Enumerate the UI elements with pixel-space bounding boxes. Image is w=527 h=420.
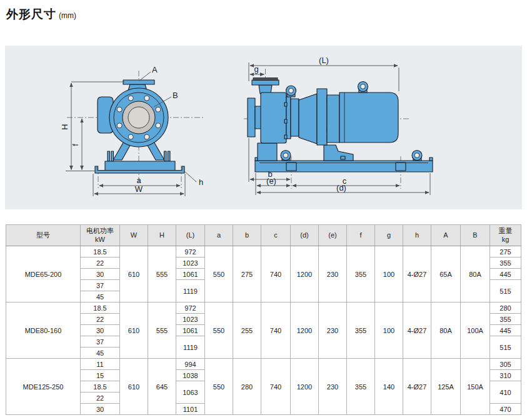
table-cell-B: 150A xyxy=(461,359,490,415)
column-header-model: 型号 xyxy=(6,225,81,246)
table-cell-L: 994 xyxy=(176,359,205,370)
table-cell-H: 555 xyxy=(148,302,176,359)
column-header-f: f xyxy=(347,225,375,246)
table-cell-L: 972 xyxy=(176,302,205,314)
table-cell-L: 1063 xyxy=(176,381,205,404)
column-header-B: B xyxy=(461,225,490,246)
table-cell-wt: 470 xyxy=(490,404,521,415)
dim-label-a: a xyxy=(136,176,141,185)
table-cell-f: 355 xyxy=(347,302,375,359)
table-cell-W: 610 xyxy=(120,302,148,359)
table-cell-kw: 22 xyxy=(81,314,120,325)
table-cell-kw: 15 xyxy=(81,370,120,381)
table-cell-L: 1119 xyxy=(176,336,205,359)
dim-label-e: (e) xyxy=(266,176,276,186)
dim-label-H: H xyxy=(60,124,69,129)
table-cell-h: 4-Ø27 xyxy=(403,302,431,359)
column-header-W: W xyxy=(120,225,148,246)
lifting-eye-hole xyxy=(414,153,419,158)
column-header-c: c xyxy=(261,225,291,246)
table-cell-kw: 30 xyxy=(81,404,120,415)
table-cell-wt: 445 xyxy=(490,325,521,336)
table-cell-W: 610 xyxy=(120,246,148,302)
dim-label-A: A xyxy=(152,65,158,74)
table-cell-wt: 305 xyxy=(490,359,521,370)
column-header-a: a xyxy=(205,225,233,246)
table-cell-h: 4-Ø27 xyxy=(403,246,431,302)
datasheet-page: 外形尺寸 (mm) xyxy=(0,0,527,420)
table-cell-h: 4-Ø27 xyxy=(403,359,431,415)
table-cell-wt: 355 xyxy=(490,258,521,269)
table-cell-a: 550 xyxy=(205,359,233,415)
column-header-A: A xyxy=(431,225,461,246)
dimension-diagram-panel: A B H f a W h xyxy=(5,46,522,209)
table-row: MDE65-20018.5610555972550275740120023035… xyxy=(6,246,521,258)
table-cell-e: 230 xyxy=(319,246,347,302)
table-cell-kw: 18.5 xyxy=(81,246,120,258)
table-cell-c: 740 xyxy=(261,246,291,302)
table-cell-kw: 45 xyxy=(81,348,120,359)
table-cell-A: 65A xyxy=(431,246,461,302)
table-cell-c: 740 xyxy=(261,302,291,359)
table-cell-c: 740 xyxy=(261,359,291,415)
column-header-L: (L) xyxy=(176,225,205,246)
dim-label-B: B xyxy=(173,91,178,100)
table-cell-wt: 445 xyxy=(490,269,521,280)
table-cell-kw: 22 xyxy=(81,392,120,404)
table-cell-L: 972 xyxy=(176,246,205,258)
table-cell-kw: 30 xyxy=(81,325,120,336)
table-cell-model: MDE80-160 xyxy=(6,302,81,359)
page-title: 外形尺寸 (mm) xyxy=(6,6,76,22)
table-cell-d: 1200 xyxy=(291,302,319,359)
column-header-wt: 重量kg xyxy=(490,225,521,246)
table-cell-wt: 410 xyxy=(490,381,521,404)
table-cell-g: 140 xyxy=(375,359,403,415)
dim-label-h: h xyxy=(199,178,203,187)
table-cell-kw: 22 xyxy=(81,258,120,269)
table-cell-d: 1200 xyxy=(291,359,319,415)
table-cell-wt: 275 xyxy=(490,246,521,258)
table-cell-L: 1101 xyxy=(176,404,205,415)
table-body: MDE65-20018.5610555972550275740120023035… xyxy=(6,246,521,415)
table-cell-L: 1023 xyxy=(176,314,205,325)
dim-label-f: f xyxy=(71,144,80,146)
column-header-e: (e) xyxy=(319,225,347,246)
dim-label-L: (L) xyxy=(319,56,329,65)
dim-label-d: (d) xyxy=(336,183,346,192)
table-cell-kw: 18.5 xyxy=(81,302,120,314)
table-cell-W: 610 xyxy=(120,359,148,415)
lifting-eye-hole xyxy=(283,153,288,158)
table-cell-f: 355 xyxy=(347,246,375,302)
lifting-eye-hole xyxy=(289,88,294,93)
column-header-h: h xyxy=(403,225,431,246)
column-header-kw: 电机功率kW xyxy=(81,225,120,246)
dim-label-g: g xyxy=(254,64,258,74)
dim-label-W: W xyxy=(135,184,143,194)
table-cell-e: 230 xyxy=(319,302,347,359)
table-cell-a: 550 xyxy=(205,246,233,302)
table-cell-B: 80A xyxy=(461,246,490,302)
table-cell-kw: 45 xyxy=(81,291,120,302)
table-cell-kw: 37 xyxy=(81,280,120,291)
table-cell-L: 1061 xyxy=(176,325,205,336)
table-cell-model: MDE65-200 xyxy=(6,246,81,302)
column-header-b: b xyxy=(233,225,261,246)
table-cell-b: 275 xyxy=(233,246,261,302)
discharge-flange-cap xyxy=(253,78,278,81)
table-cell-kw: 37 xyxy=(81,336,120,348)
table-row: MDE80-16018.5610555972550255740120023035… xyxy=(6,302,521,314)
table-cell-wt: 280 xyxy=(490,302,521,314)
page-title-unit: (mm) xyxy=(59,11,76,20)
column-header-d: (d) xyxy=(291,225,319,246)
table-cell-B: 100A xyxy=(461,302,490,359)
table-cell-wt: 310 xyxy=(490,370,521,381)
table-cell-g: 100 xyxy=(375,302,403,359)
table-cell-b: 280 xyxy=(233,359,261,415)
table-cell-L: 1119 xyxy=(176,280,205,302)
table-row: MDE125-250116106459945502807401200230355… xyxy=(6,359,521,370)
lifting-eye-hole xyxy=(361,84,366,89)
pump-side-body xyxy=(248,80,433,172)
table-head: 型号电机功率kWWH(L)abc(d)(e)fghAB重量kg xyxy=(6,225,521,246)
table-cell-e: 230 xyxy=(319,359,347,415)
column-header-g: g xyxy=(375,225,403,246)
